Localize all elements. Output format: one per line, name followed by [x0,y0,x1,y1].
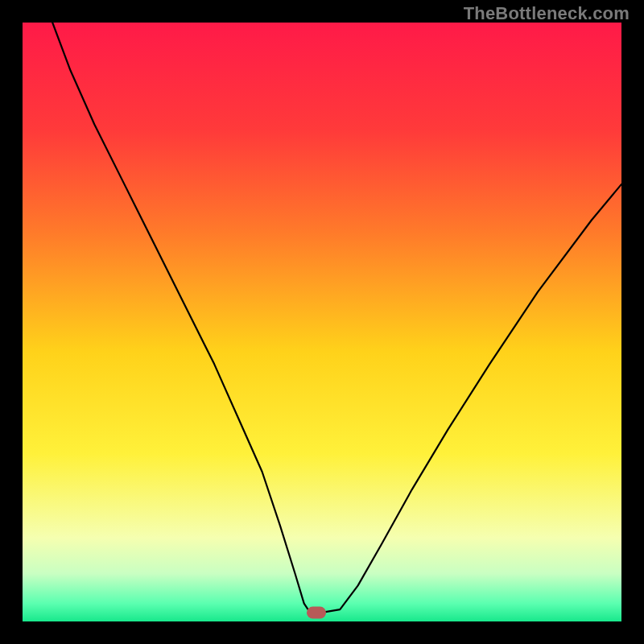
bottleneck-curve [23,23,621,621]
optimal-point-marker [307,606,326,618]
chart-frame: TheBottleneck.com [0,0,644,644]
plot-area [23,23,621,621]
watermark-text: TheBottleneck.com [464,3,630,24]
